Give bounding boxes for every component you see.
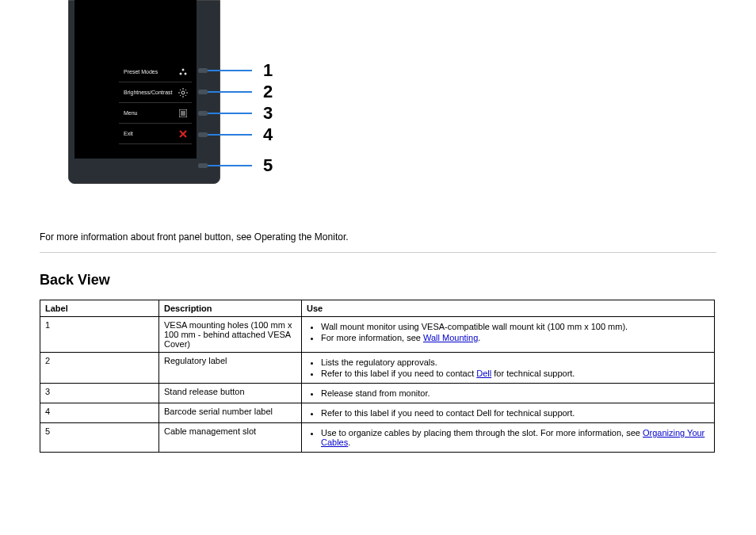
table-row: 2Regulatory labelLists the regulatory ap… <box>40 353 715 384</box>
osd-item-preset-modes: Preset Modes <box>119 62 192 82</box>
table-cell-label: 1 <box>40 317 159 353</box>
list-item: Refer to this label if you need to conta… <box>321 408 709 418</box>
section-title-back-view: Back View <box>40 272 716 289</box>
cross-reference-link[interactable]: Organizing Your Cables <box>321 428 704 447</box>
osd-menu: Preset Modes Brightness/Contrast Menu Ex… <box>119 62 192 144</box>
table-header-description: Description <box>159 300 302 317</box>
callout-number: 4 <box>263 124 273 145</box>
svg-line-9 <box>185 95 186 96</box>
table-cell-use: Refer to this label if you need to conta… <box>302 403 715 423</box>
leader-line <box>208 113 252 114</box>
front-button-5 <box>198 163 208 168</box>
svg-point-0 <box>182 68 185 71</box>
callout-number: 5 <box>263 155 273 176</box>
table-header-label: Label <box>40 300 159 317</box>
osd-label: Brightness/Contrast <box>124 90 172 95</box>
table-row: 4Barcode serial number labelRefer to thi… <box>40 403 715 423</box>
svg-point-2 <box>185 72 187 75</box>
osd-label: Menu <box>124 110 138 116</box>
list-item: For more information, see Wall Mounting. <box>321 333 709 342</box>
table-cell-label: 5 <box>40 423 159 453</box>
svg-line-11 <box>180 95 181 96</box>
table-cell-description: VESA mounting holes (100 mm x 100 mm - b… <box>159 317 302 353</box>
front-button-2 <box>198 90 208 94</box>
front-button-3 <box>198 111 208 116</box>
cross-reference-link[interactable]: Dell <box>476 369 491 378</box>
osd-item-brightness: Brightness/Contrast <box>119 82 192 103</box>
osd-item-exit: Exit <box>119 124 192 144</box>
svg-line-10 <box>185 90 186 90</box>
list-item: Lists the regulatory approvals. <box>321 357 709 367</box>
table-cell-use: Release stand from monitor. <box>302 384 715 403</box>
table-cell-use: Use to organize cables by placing them t… <box>302 423 715 453</box>
table-cell-label: 4 <box>40 403 159 423</box>
cross-reference-link[interactable]: Wall Mounting <box>423 333 478 342</box>
leader-line <box>208 91 252 93</box>
brightness-icon <box>178 88 189 97</box>
menu-icon <box>178 109 189 117</box>
back-view-table: Label Description Use 1VESA mounting hol… <box>40 300 715 453</box>
section-divider <box>40 252 716 253</box>
list-item: Wall mount monitor using VESA-compatible… <box>321 322 709 331</box>
leader-line <box>208 165 252 166</box>
leader-line <box>208 70 252 71</box>
table-cell-description: Barcode serial number label <box>159 403 302 423</box>
front-button-1 <box>198 68 208 73</box>
table-row: 3Stand release buttonRelease stand from … <box>40 384 715 403</box>
callout-number: 2 <box>263 82 273 102</box>
callout-number: 3 <box>263 103 273 124</box>
preset-modes-icon <box>178 68 189 76</box>
callout-number: 1 <box>263 60 273 81</box>
table-cell-description: Regulatory label <box>159 353 302 384</box>
table-cell-use: Lists the regulatory approvals.Refer to … <box>302 353 715 384</box>
svg-point-3 <box>181 91 185 94</box>
list-item: Release stand from monitor. <box>321 388 709 398</box>
close-icon <box>178 130 189 138</box>
figure-caption: For more information about front panel b… <box>40 230 716 244</box>
list-item: Use to organize cables by placing them t… <box>321 428 709 447</box>
leader-line <box>208 134 252 136</box>
table-cell-use: Wall mount monitor using VESA-compatible… <box>302 317 715 353</box>
front-button-4 <box>198 132 208 137</box>
table-cell-description: Cable management slot <box>159 423 302 453</box>
monitor-front-panel-figure: Preset Modes Brightness/Contrast Menu Ex… <box>40 0 246 198</box>
table-row: 1VESA mounting holes (100 mm x 100 mm - … <box>40 317 715 353</box>
osd-label: Preset Modes <box>124 69 158 75</box>
osd-item-menu: Menu <box>119 103 192 124</box>
list-item: Refer to this label if you need to conta… <box>321 369 709 378</box>
table-cell-description: Stand release button <box>159 384 302 403</box>
svg-line-8 <box>180 90 181 90</box>
table-header-use: Use <box>302 300 715 317</box>
table-cell-label: 3 <box>40 384 159 403</box>
table-cell-label: 2 <box>40 353 159 384</box>
osd-label: Exit <box>124 131 133 136</box>
svg-point-1 <box>180 72 182 75</box>
table-row: 5Cable management slotUse to organize ca… <box>40 423 715 453</box>
